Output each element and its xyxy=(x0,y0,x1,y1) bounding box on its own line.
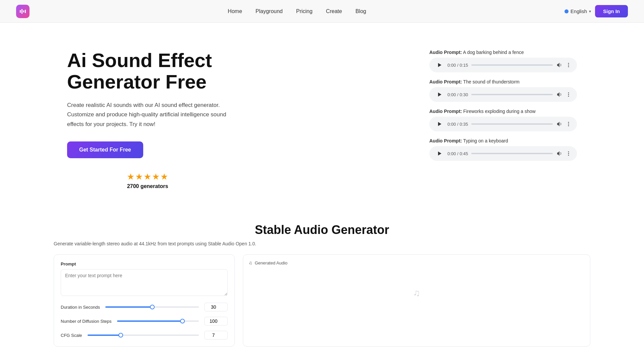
svg-point-9 xyxy=(568,93,569,94)
svg-marker-16 xyxy=(438,152,441,156)
stable-audio-section: Stable Audio Generator Generate variable… xyxy=(0,209,644,362)
stable-grid: Prompt Duration in Seconds Number of Dif… xyxy=(54,254,590,347)
nav-playground[interactable]: Playground xyxy=(256,8,283,14)
audio-player-1: 0:00 / 0:15 xyxy=(429,58,577,72)
music-placeholder-icon: ♫ xyxy=(413,288,420,298)
header: Home Playground Pricing Create Blog Engl… xyxy=(0,0,644,23)
cfg-row: CFG Scale xyxy=(61,331,228,340)
nav-create[interactable]: Create xyxy=(326,8,342,14)
volume-button-4[interactable] xyxy=(556,150,562,157)
svg-point-17 xyxy=(568,152,569,153)
audio-item-3: Audio Prompt: Fireworks exploding during… xyxy=(429,109,577,131)
diffusion-track[interactable] xyxy=(117,320,199,322)
generated-audio-header: ♫ Generated Audio xyxy=(249,260,585,265)
svg-point-7 xyxy=(568,66,569,67)
play-button-4[interactable] xyxy=(435,149,444,158)
hero-section: Ai Sound Effect Generator Free Create re… xyxy=(0,23,644,209)
progress-track-4[interactable] xyxy=(471,153,553,154)
cfg-input[interactable] xyxy=(204,331,228,340)
header-right: English ▾ Sign In xyxy=(565,5,628,17)
svg-marker-8 xyxy=(438,93,441,97)
more-button-2[interactable] xyxy=(566,92,572,98)
svg-rect-0 xyxy=(20,10,21,13)
duration-input[interactable] xyxy=(204,303,228,311)
time-label-3: 0:00 / 0:35 xyxy=(447,122,468,127)
diffusion-slider-container xyxy=(117,320,199,322)
time-label-4: 0:00 / 0:45 xyxy=(447,151,468,156)
nav-blog[interactable]: Blog xyxy=(356,8,366,14)
hero-description: Create realistic AI sounds with our AI s… xyxy=(67,101,228,130)
duration-track[interactable] xyxy=(105,306,199,308)
duration-fill xyxy=(105,306,152,308)
audio-label-2: Audio Prompt: The sound of thunderstorm xyxy=(429,79,577,84)
progress-track-1[interactable] xyxy=(471,64,553,66)
generated-audio-panel: ♫ Generated Audio ♫ xyxy=(243,254,590,347)
language-label: English xyxy=(571,8,587,14)
play-button-1[interactable] xyxy=(435,60,444,70)
stable-audio-description: Generate variable-length stereo audio at… xyxy=(54,241,590,246)
nav-pricing[interactable]: Pricing xyxy=(296,8,313,14)
svg-rect-2 xyxy=(23,10,24,12)
svg-point-6 xyxy=(568,65,569,66)
language-dot xyxy=(565,9,569,13)
diffusion-fill xyxy=(117,320,183,322)
stable-audio-title: Stable Audio Generator xyxy=(54,223,590,237)
svg-marker-4 xyxy=(438,63,441,67)
svg-rect-1 xyxy=(21,9,22,14)
cfg-thumb[interactable] xyxy=(118,333,123,338)
volume-button-3[interactable] xyxy=(556,121,562,127)
play-button-2[interactable] xyxy=(435,90,444,99)
nav-home[interactable]: Home xyxy=(228,8,242,14)
signin-button[interactable]: Sign In xyxy=(595,5,628,17)
prompt-label: Prompt xyxy=(61,261,228,266)
audio-item-4: Audio Prompt: Typing on a keyboard 0:00 … xyxy=(429,138,577,161)
stars-row: ★★★★★ 2700 generators xyxy=(67,172,228,189)
cfg-track[interactable] xyxy=(88,335,199,336)
audio-label-4: Audio Prompt: Typing on a keyboard xyxy=(429,138,577,143)
more-button-1[interactable] xyxy=(566,62,572,68)
audio-item-2: Audio Prompt: The sound of thunderstorm … xyxy=(429,79,577,102)
duration-slider-container xyxy=(105,306,199,308)
audio-item-1: Audio Prompt: A dog barking behind a fen… xyxy=(429,50,577,72)
audio-player-2: 0:00 / 0:30 xyxy=(429,87,577,102)
more-button-4[interactable] xyxy=(566,150,572,157)
language-selector[interactable]: English ▾ xyxy=(565,8,591,14)
svg-point-19 xyxy=(568,155,569,156)
logo-icon xyxy=(16,5,30,18)
cta-button[interactable]: Get Started For Free xyxy=(67,141,143,158)
progress-track-3[interactable] xyxy=(471,123,553,125)
audio-samples: Audio Prompt: A dog barking behind a fen… xyxy=(429,50,577,161)
cfg-label: CFG Scale xyxy=(61,333,82,338)
diffusion-input[interactable] xyxy=(204,317,228,325)
svg-point-18 xyxy=(568,153,569,154)
play-button-3[interactable] xyxy=(435,119,444,129)
diffusion-label: Number of Diffusion Steps xyxy=(61,319,112,324)
svg-marker-12 xyxy=(438,122,441,126)
diffusion-row: Number of Diffusion Steps xyxy=(61,317,228,325)
svg-point-15 xyxy=(568,125,569,126)
chevron-down-icon: ▾ xyxy=(589,9,591,14)
more-button-3[interactable] xyxy=(566,121,572,127)
duration-thumb[interactable] xyxy=(150,305,155,309)
audio-label-3: Audio Prompt: Fireworks exploding during… xyxy=(429,109,577,114)
audio-player-3: 0:00 / 0:35 xyxy=(429,117,577,131)
duration-label: Duration in Seconds xyxy=(61,305,100,310)
prompt-input[interactable] xyxy=(61,269,228,296)
generators-count: 2700 generators xyxy=(127,183,168,189)
time-label-2: 0:00 / 0:30 xyxy=(447,92,468,97)
music-icon: ♫ xyxy=(249,260,252,265)
logo-svg xyxy=(19,7,27,15)
duration-row: Duration in Seconds xyxy=(61,303,228,311)
svg-rect-3 xyxy=(25,10,26,13)
progress-track-2[interactable] xyxy=(471,94,553,95)
diffusion-thumb[interactable] xyxy=(180,319,185,323)
cfg-slider-container xyxy=(88,335,199,336)
time-label-1: 0:00 / 0:15 xyxy=(447,63,468,68)
svg-point-14 xyxy=(568,124,569,125)
volume-button-2[interactable] xyxy=(556,92,562,98)
logo-area xyxy=(16,5,30,18)
generated-audio-label: Generated Audio xyxy=(255,260,288,265)
audio-player-4: 0:00 / 0:45 xyxy=(429,146,577,161)
volume-button-1[interactable] xyxy=(556,62,562,68)
audio-label-1: Audio Prompt: A dog barking behind a fen… xyxy=(429,50,577,55)
